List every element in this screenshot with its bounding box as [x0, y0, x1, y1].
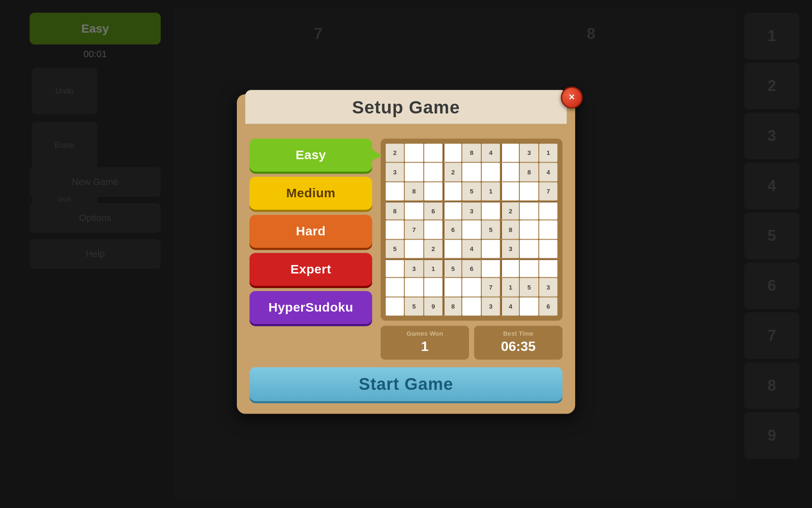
sudoku-cell: 1	[539, 144, 557, 162]
games-won-value: 1	[381, 339, 469, 355]
sudoku-cell	[482, 259, 500, 277]
sudoku-cell	[501, 163, 519, 181]
sudoku-cell: 4	[482, 144, 500, 162]
sudoku-cell: 5	[386, 240, 404, 258]
sudoku-cell: 5	[405, 297, 423, 315]
medium-button[interactable]: Medium	[250, 177, 372, 210]
sudoku-cell	[462, 221, 480, 239]
sudoku-cell	[386, 182, 404, 200]
sudoku-cell: 5	[462, 182, 480, 200]
sudoku-cell	[386, 259, 404, 277]
best-time-value: 06:35	[474, 339, 562, 355]
easy-button[interactable]: Easy	[250, 138, 372, 171]
sudoku-cell: 7	[539, 182, 557, 200]
sudoku-cell	[424, 144, 442, 162]
sudoku-cell: 1	[501, 278, 519, 296]
sudoku-cell: 3	[462, 201, 480, 219]
sudoku-cell	[501, 182, 519, 200]
sudoku-cell: 2	[443, 163, 461, 181]
hard-button[interactable]: Hard	[250, 215, 372, 248]
sudoku-cell: 1	[424, 259, 442, 277]
sudoku-cell	[386, 221, 404, 239]
sudoku-cell: 7	[405, 221, 423, 239]
sudoku-cell	[386, 297, 404, 315]
close-button[interactable]: ×	[561, 86, 583, 108]
sudoku-cell: 9	[424, 297, 442, 315]
sudoku-cell: 8	[386, 201, 404, 219]
sudoku-cell	[405, 201, 423, 219]
sudoku-cell	[462, 163, 480, 181]
sudoku-cell	[443, 201, 461, 219]
easy-btn-wrapper: Easy	[250, 138, 372, 171]
sudoku-cell	[424, 278, 442, 296]
sudoku-cell: 5	[443, 259, 461, 277]
modal-body: Easy Medium Hard Expert HyperSudoku	[250, 138, 562, 359]
games-won-box: Games Won 1	[381, 326, 469, 360]
setup-game-modal: Setup Game × Easy Medium Hard Expert	[237, 94, 575, 414]
sudoku-cell	[424, 182, 442, 200]
sudoku-cell: 5	[520, 278, 538, 296]
sudoku-cell: 8	[405, 182, 423, 200]
close-icon: ×	[569, 92, 575, 102]
sudoku-cell	[405, 240, 423, 258]
sudoku-cell	[482, 163, 500, 181]
sudoku-cell	[520, 221, 538, 239]
difficulty-panel: Easy Medium Hard Expert HyperSudoku	[250, 138, 372, 359]
sudoku-cell	[539, 259, 557, 277]
sudoku-preview: 284313284851786327658524331567153598346	[381, 138, 562, 320]
sudoku-cell	[462, 278, 480, 296]
sudoku-cell	[443, 182, 461, 200]
best-time-label: Best Time	[474, 330, 562, 337]
sudoku-cell: 8	[501, 221, 519, 239]
sudoku-cell: 4	[539, 163, 557, 181]
sudoku-cell	[386, 278, 404, 296]
sudoku-cell: 3	[405, 259, 423, 277]
sudoku-cell	[482, 201, 500, 219]
sudoku-cell: 3	[520, 144, 538, 162]
start-game-button[interactable]: Start Game	[250, 367, 562, 401]
preview-panel: 284313284851786327658524331567153598346 …	[381, 138, 562, 359]
sudoku-cell	[405, 163, 423, 181]
sudoku-cell: 2	[424, 240, 442, 258]
sudoku-cell	[520, 259, 538, 277]
sudoku-cell: 3	[386, 163, 404, 181]
sudoku-cell	[539, 201, 557, 219]
sudoku-cell	[424, 163, 442, 181]
sudoku-cell: 2	[501, 201, 519, 219]
sudoku-cell	[443, 240, 461, 258]
sudoku-cell: 4	[462, 240, 480, 258]
sudoku-cell	[520, 201, 538, 219]
games-won-label: Games Won	[381, 330, 469, 337]
sudoku-cell	[482, 240, 500, 258]
sudoku-cell: 6	[462, 259, 480, 277]
sudoku-cell: 3	[539, 278, 557, 296]
stats-row: Games Won 1 Best Time 06:35	[381, 326, 562, 360]
sudoku-cell: 3	[501, 240, 519, 258]
sudoku-cell	[520, 240, 538, 258]
sudoku-grid: 284313284851786327658524331567153598346	[386, 144, 557, 315]
sudoku-cell: 8	[443, 297, 461, 315]
sudoku-cell: 8	[462, 144, 480, 162]
sudoku-cell: 6	[539, 297, 557, 315]
hypersudoku-button[interactable]: HyperSudoku	[250, 291, 372, 324]
sudoku-cell	[462, 297, 480, 315]
sudoku-cell	[501, 259, 519, 277]
sudoku-cell: 8	[520, 163, 538, 181]
expert-button[interactable]: Expert	[250, 253, 372, 286]
selected-arrow-icon	[372, 149, 380, 161]
sudoku-cell	[405, 278, 423, 296]
sudoku-cell: 4	[501, 297, 519, 315]
sudoku-cell	[443, 278, 461, 296]
best-time-box: Best Time 06:35	[474, 326, 562, 360]
sudoku-cell	[424, 221, 442, 239]
sudoku-cell	[520, 182, 538, 200]
sudoku-cell: 5	[482, 221, 500, 239]
sudoku-cell: 2	[386, 144, 404, 162]
sudoku-cell: 6	[443, 221, 461, 239]
sudoku-cell	[501, 144, 519, 162]
modal-title: Setup Game	[352, 97, 460, 117]
sudoku-cell	[520, 297, 538, 315]
sudoku-cell: 1	[482, 182, 500, 200]
sudoku-cell	[405, 144, 423, 162]
sudoku-cell	[539, 221, 557, 239]
